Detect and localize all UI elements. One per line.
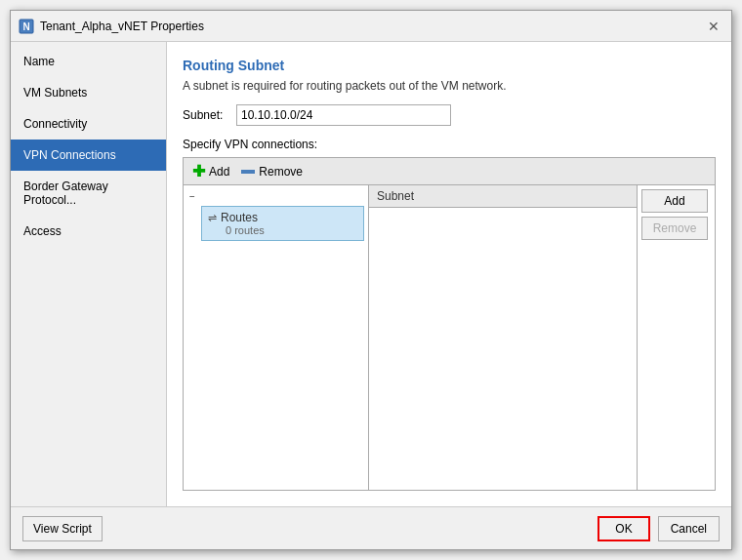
routes-action-panel: Add Remove [637,185,715,490]
dialog-window: N Tenant_Alpha_vNET Properties ✕ Name VM… [10,10,732,550]
tree-panel: − ⇌ Routes 0 routes [184,185,369,490]
close-button[interactable]: ✕ [704,17,723,36]
sidebar: Name VM Subnets Connectivity VPN Connect… [11,42,167,506]
toolbar-remove-label: Remove [259,165,303,179]
vpn-panel: ✚ Add Remove − [183,157,716,491]
sidebar-item-vpn-connections[interactable]: VPN Connections [11,140,166,171]
vpn-content: − ⇌ Routes 0 routes [184,185,715,490]
sidebar-item-border-gateway[interactable]: Border Gateway Protocol... [11,171,166,216]
remove-icon [241,170,255,174]
routes-remove-button[interactable]: Remove [641,217,708,240]
title-bar: N Tenant_Alpha_vNET Properties ✕ [11,11,731,42]
dialog-body: Name VM Subnets Connectivity VPN Connect… [11,42,731,506]
toolbar-add-button[interactable]: ✚ Add [191,165,229,179]
subnet-input[interactable] [236,104,451,126]
toolbar-remove-button[interactable]: Remove [241,165,303,179]
routes-icon: ⇌ [208,212,217,224]
routes-sublabel: 0 routes [226,224,357,236]
add-icon: ✚ [191,165,205,179]
sidebar-item-name[interactable]: Name [11,46,166,77]
view-script-button[interactable]: View Script [22,516,103,541]
routes-panel: Subnet [369,185,637,490]
section-title: Routing Subnet [183,58,716,73]
footer-right: OK Cancel [598,516,720,541]
subnet-label: Subnet: [183,108,236,122]
vpn-toolbar: ✚ Add Remove [184,158,715,185]
toolbar-add-label: Add [209,165,229,179]
dialog-footer: View Script OK Cancel [11,506,731,549]
dialog-icon: N [19,19,34,34]
tree-node-routes[interactable]: ⇌ Routes 0 routes [201,206,364,241]
subnet-row: Subnet: [183,104,716,126]
svg-text:N: N [22,21,29,32]
section-desc: A subnet is required for routing packets… [183,79,716,93]
sidebar-item-connectivity[interactable]: Connectivity [11,108,166,140]
collapse-icon: − [189,191,195,202]
sidebar-item-access[interactable]: Access [11,216,166,247]
routes-label: Routes [221,211,258,224]
footer-left: View Script [22,516,103,541]
tree-node: ⇌ Routes 0 routes [201,206,364,241]
sidebar-item-vm-subnets[interactable]: VM Subnets [11,77,166,108]
title-bar-left: N Tenant_Alpha_vNET Properties [19,19,204,34]
routes-table-body [369,208,637,490]
subnet-column-header: Subnet [377,189,414,203]
vpn-label: Specify VPN connections: [183,138,716,151]
dialog-title: Tenant_Alpha_vNET Properties [40,20,204,33]
routes-add-button[interactable]: Add [641,189,708,213]
tree-node-label: ⇌ Routes [208,211,357,224]
routes-table-header: Subnet [369,185,637,208]
tree-collapse[interactable]: − [187,189,364,204]
cancel-button[interactable]: Cancel [658,516,720,541]
content-area: Routing Subnet A subnet is required for … [167,42,731,506]
ok-button[interactable]: OK [598,516,649,541]
